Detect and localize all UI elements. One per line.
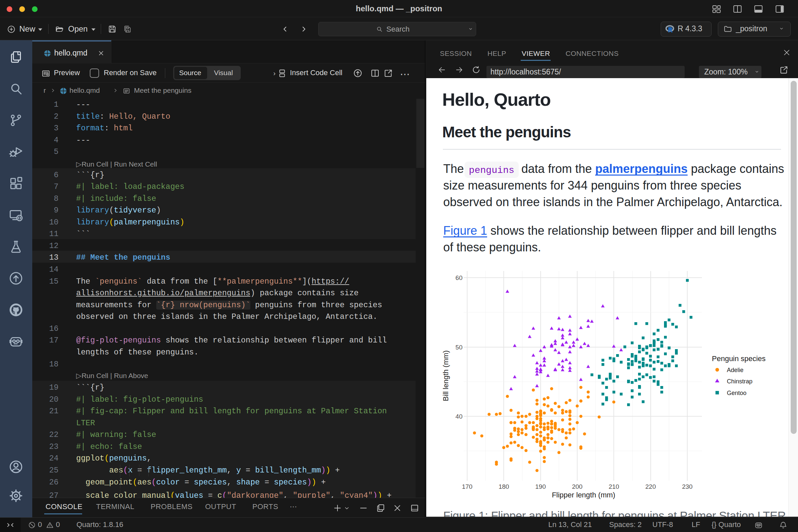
svg-text:Adelie: Adelie (727, 367, 743, 374)
svg-text:180: 180 (498, 483, 509, 490)
svg-text:50: 50 (456, 344, 462, 351)
svg-text:Flipper length (mm): Flipper length (mm) (552, 491, 615, 499)
svg-text:170: 170 (462, 483, 473, 490)
svg-text:60: 60 (456, 274, 462, 281)
svg-text:Gentoo: Gentoo (727, 390, 746, 396)
svg-text:210: 210 (608, 483, 619, 490)
svg-text:Bill length (mm): Bill length (mm) (441, 350, 450, 401)
svg-text:Chinstrap: Chinstrap (727, 378, 753, 385)
svg-text:230: 230 (682, 483, 692, 490)
svg-text:40: 40 (456, 413, 462, 420)
svg-text:200: 200 (572, 483, 583, 490)
svg-text:Penguin species: Penguin species (712, 355, 765, 363)
svg-text:190: 190 (535, 483, 546, 490)
svg-text:220: 220 (645, 483, 656, 490)
